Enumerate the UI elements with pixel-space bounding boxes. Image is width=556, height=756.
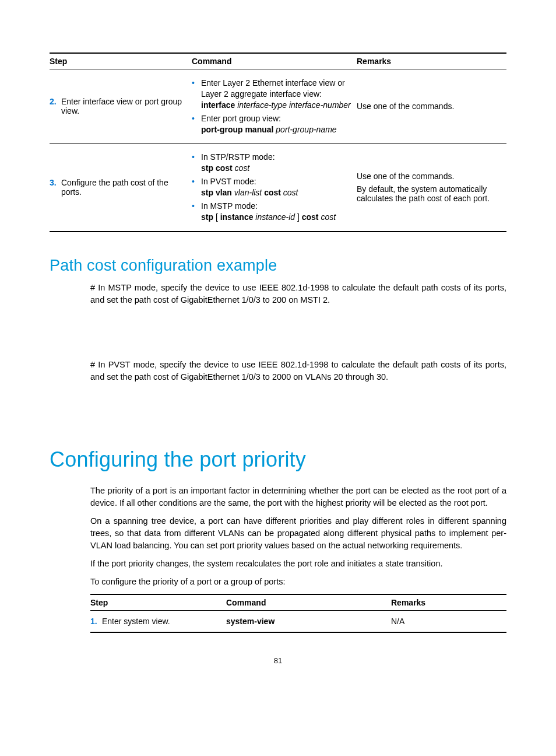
paragraph: On a spanning tree device, a port can ha… bbox=[90, 515, 506, 552]
command-bullets: In STP/RSTP mode: stp cost cost In PVST … bbox=[192, 152, 352, 222]
step-text: Configure the path cost of the ports. bbox=[61, 178, 187, 197]
paragraph: # In MSTP mode, specify the device to us… bbox=[90, 282, 506, 306]
paragraph: # In PVST mode, specify the device to us… bbox=[90, 359, 506, 383]
list-item: In STP/RSTP mode: stp cost cost bbox=[192, 152, 352, 174]
th-step: Step bbox=[90, 594, 226, 611]
page-number: 81 bbox=[50, 656, 506, 665]
th-command: Command bbox=[192, 53, 357, 69]
paragraph: To configure the priority of a port or a… bbox=[90, 576, 506, 588]
list-item: Enter Layer 2 Ethernet interface view or… bbox=[192, 78, 352, 111]
steps-table-2: Step Command Remarks 1. Enter system vie… bbox=[90, 594, 506, 633]
list-item: Enter port group view: port-group manual… bbox=[192, 113, 352, 135]
command-bullets: Enter Layer 2 Ethernet interface view or… bbox=[192, 78, 352, 135]
remarks-cell: Use one of the commands. By default, the… bbox=[357, 144, 506, 232]
th-remarks: Remarks bbox=[357, 53, 506, 69]
paragraph: If the port priority changes, the system… bbox=[90, 558, 506, 570]
th-remarks: Remarks bbox=[391, 594, 506, 611]
table-row: 2. Enter interface view or port group vi… bbox=[50, 69, 506, 144]
remarks-cell: Use one of the commands. bbox=[357, 69, 506, 144]
table-row: 3. Configure the path cost of the ports.… bbox=[50, 144, 506, 232]
step-number: 1. bbox=[90, 617, 102, 626]
command-text: system-view bbox=[226, 617, 275, 626]
step-number: 2. bbox=[50, 97, 61, 106]
list-item: In MSTP mode: stp [ instance instance-id… bbox=[192, 201, 352, 223]
section-heading-path-cost-example: Path cost configuration example bbox=[50, 257, 506, 275]
step-text: Enter system view. bbox=[102, 617, 221, 626]
step-text: Enter interface view or port group view. bbox=[61, 97, 187, 116]
th-step: Step bbox=[50, 53, 192, 69]
steps-table-1: Step Command Remarks 2. Enter interface … bbox=[50, 52, 506, 232]
th-command: Command bbox=[226, 594, 391, 611]
paragraph: The priority of a port is an important f… bbox=[90, 485, 506, 509]
list-item: In PVST mode: stp vlan vlan-list cost co… bbox=[192, 176, 352, 198]
table-row: 1. Enter system view. system-view N/A bbox=[90, 610, 506, 632]
step-number: 3. bbox=[50, 178, 61, 187]
section-heading-port-priority: Configuring the port priority bbox=[50, 447, 506, 472]
remarks-cell: N/A bbox=[391, 610, 506, 632]
page: Step Command Remarks 2. Enter interface … bbox=[0, 0, 556, 688]
